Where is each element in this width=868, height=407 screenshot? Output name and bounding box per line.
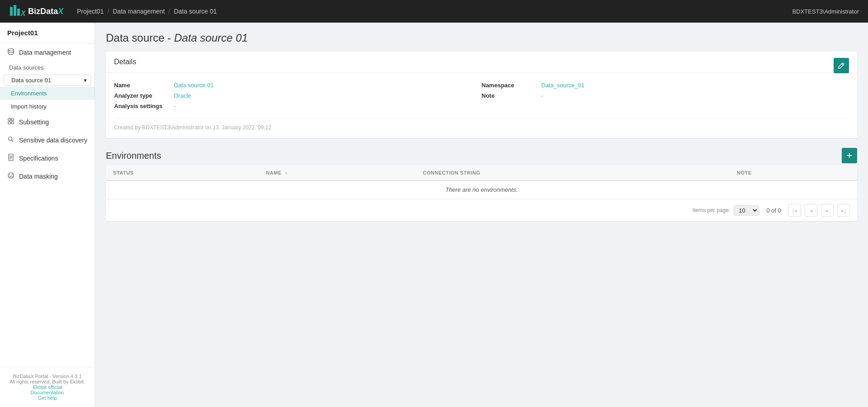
breadcrumb-datasource: Data source 01 — [174, 8, 217, 15]
col-status: STATUS — [106, 166, 259, 180]
main-layout: Project01 Data management Data sources D… — [0, 23, 868, 407]
sidebar-footer-link-docs[interactable]: Documentation — [7, 390, 87, 395]
svg-rect-8 — [11, 122, 14, 124]
details-right: Namespace Data_source_01 Note - — [482, 80, 849, 111]
sidebar-footer: BizDataX Portal - Version 4.3.1 All righ… — [0, 367, 95, 407]
svg-point-9 — [9, 137, 12, 141]
sidebar-item-sensitive[interactable]: Sensitive data discovery — [0, 131, 95, 149]
col-connection-string: CONNECTION STRING — [415, 166, 730, 180]
environments-empty-message: There are no environments. — [106, 180, 857, 199]
details-card: Details Name Data source 01 Analyzer typ… — [106, 52, 857, 138]
mask-icon — [7, 172, 14, 181]
svg-rect-2 — [17, 9, 20, 16]
environments-table: STATUS NAME ↑ CONNECTION STRING NOTE — [106, 166, 857, 199]
sort-asc-icon: ↑ — [285, 170, 288, 175]
topnav-left: X BizDataX Project01 / Data management /… — [9, 3, 217, 19]
sidebar: Project01 Data management Data sources D… — [0, 23, 95, 407]
edit-icon — [838, 62, 845, 69]
page-title: Data source - Data source 01 — [106, 32, 857, 44]
logo[interactable]: X BizDataX — [9, 3, 63, 19]
detail-value-name[interactable]: Data source 01 — [174, 82, 214, 89]
pagination-items-label: Items per page: — [692, 207, 730, 213]
sidebar-item-subsetting[interactable]: Subsetting — [0, 113, 95, 131]
breadcrumb-project[interactable]: Project01 — [77, 8, 104, 15]
pagination-prev-button[interactable]: ◂ — [805, 204, 817, 217]
sidebar-item-specifications[interactable]: Specifications — [0, 149, 95, 167]
pagination-last-button[interactable]: ▸| — [837, 204, 850, 217]
environments-table-head: STATUS NAME ↑ CONNECTION STRING NOTE — [106, 166, 857, 180]
col-note: NOTE — [730, 166, 857, 180]
sidebar-data-sources: Data sources — [0, 62, 95, 74]
details-left: Name Data source 01 Analyzer type Oracle… — [114, 80, 482, 111]
breadcrumb-sep-2: / — [168, 8, 170, 15]
environments-table-header-row: STATUS NAME ↑ CONNECTION STRING NOTE — [106, 166, 857, 180]
svg-point-17 — [12, 175, 13, 175]
sidebar-item-import-history[interactable]: Import history — [0, 100, 95, 113]
sidebar-project-label: Project01 — [0, 23, 95, 43]
sidebar-footer-link-ekobit[interactable]: Ekobit official — [7, 384, 87, 390]
edit-button[interactable] — [834, 58, 849, 73]
svg-point-15 — [8, 173, 14, 178]
svg-rect-1 — [14, 5, 16, 16]
sidebar-item-data-masking[interactable]: Data masking — [0, 167, 95, 185]
detail-row-analysis: Analysis settings - — [114, 101, 482, 111]
svg-point-16 — [10, 175, 10, 175]
document-icon — [7, 154, 14, 163]
topnav-user: BDXTEST3\Administrator — [792, 8, 859, 15]
sidebar-datasource-selector[interactable]: Data source 01 ▾ — [4, 75, 91, 86]
pagination-first-button[interactable]: |◂ — [788, 204, 801, 217]
detail-value-analysis: - — [174, 103, 176, 109]
add-environment-button[interactable]: + — [842, 148, 857, 163]
pagination-count: 0 of 0 — [766, 207, 781, 214]
detail-value-namespace[interactable]: Data_source_01 — [541, 82, 584, 89]
pagination-items-select[interactable]: 10 25 50 100 — [734, 205, 759, 216]
detail-created: Created by BDXTEST3\Administrator on 13.… — [114, 118, 849, 131]
details-grid: Name Data source 01 Analyzer type Oracle… — [114, 80, 849, 111]
breadcrumb-sep-1: / — [107, 8, 109, 15]
breadcrumb: Project01 / Data management / Data sourc… — [77, 8, 217, 15]
environments-section: Environments + STATUS NAME ↑ — [106, 145, 857, 221]
logo-text: BizDataX — [28, 7, 63, 16]
chevron-down-icon: ▾ — [84, 77, 87, 84]
sidebar-footer-link-help[interactable]: Get help — [7, 395, 87, 401]
detail-row-name: Name Data source 01 — [114, 80, 482, 90]
svg-rect-6 — [11, 118, 14, 121]
search-icon — [7, 136, 14, 145]
svg-rect-5 — [8, 118, 10, 121]
sidebar-data-management-label: Data management — [19, 49, 71, 56]
environments-table-container: STATUS NAME ↑ CONNECTION STRING NOTE — [106, 166, 857, 221]
topnav: X BizDataX Project01 / Data management /… — [0, 0, 868, 23]
svg-rect-0 — [10, 7, 13, 16]
svg-text:X: X — [20, 9, 25, 17]
col-name[interactable]: NAME ↑ — [259, 166, 416, 180]
svg-point-4 — [8, 49, 14, 51]
detail-value-analyzer[interactable]: Oracle — [174, 92, 191, 99]
pagination-bar: Items per page: 10 25 50 100 0 of 0 |◂ ◂… — [106, 199, 857, 221]
logo-icon: X — [9, 3, 25, 19]
environments-empty-row: There are no environments. — [106, 180, 857, 199]
breadcrumb-data-management[interactable]: Data management — [113, 8, 165, 15]
details-card-body: Name Data source 01 Analyzer type Oracle… — [106, 73, 857, 138]
svg-rect-7 — [8, 122, 10, 124]
sidebar-item-environments[interactable]: Environments — [0, 87, 95, 100]
database-icon — [7, 48, 14, 57]
detail-row-note: Note - — [482, 90, 849, 101]
environments-top: Environments + — [106, 145, 857, 166]
puzzle-icon — [7, 118, 14, 127]
detail-value-note: - — [541, 92, 543, 99]
svg-line-10 — [12, 140, 14, 142]
sidebar-item-data-management[interactable]: Data management — [0, 43, 95, 62]
details-card-header: Details — [106, 52, 857, 73]
main-content: Data source - Data source 01 Details Nam… — [95, 23, 868, 407]
environments-title: Environments — [106, 145, 161, 166]
detail-row-analyzer: Analyzer type Oracle — [114, 90, 482, 101]
environments-table-body: There are no environments. — [106, 180, 857, 199]
detail-row-namespace: Namespace Data_source_01 — [482, 80, 849, 90]
pagination-next-button[interactable]: ▸ — [821, 204, 834, 217]
